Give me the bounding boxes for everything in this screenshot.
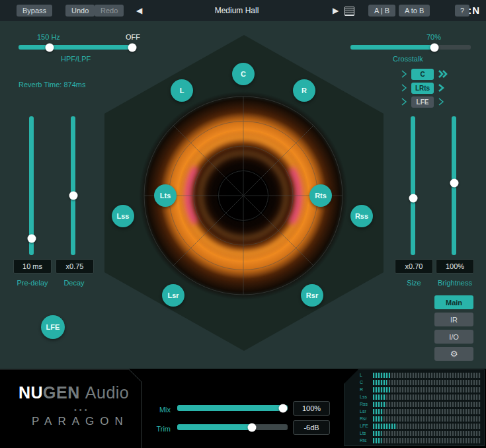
channel-node-l[interactable]: L bbox=[171, 79, 193, 102]
brightness-handle[interactable] bbox=[450, 179, 458, 188]
chevron-double-right-icon[interactable] bbox=[438, 70, 448, 78]
reverb-time-label: Reverb Time: 874ms bbox=[19, 81, 85, 89]
channel-node-lts[interactable]: Lts bbox=[154, 184, 177, 207]
predelay-slider[interactable] bbox=[29, 116, 34, 255]
decay-handle[interactable] bbox=[69, 192, 77, 200]
channel-node-rsr[interactable]: Rsr bbox=[301, 284, 323, 307]
trim-label: Trim bbox=[151, 425, 171, 433]
trim-handle[interactable] bbox=[248, 423, 257, 431]
meter-strip bbox=[373, 438, 481, 443]
mix-slider[interactable] bbox=[177, 405, 288, 411]
ab-compare-button[interactable]: A | B bbox=[368, 5, 395, 17]
mix-handle[interactable] bbox=[279, 404, 288, 412]
channel-node-rts[interactable]: Rts bbox=[309, 184, 332, 207]
predelay-label: Pre-delay bbox=[13, 279, 52, 287]
output-meters-panel: L C R Lss Rss Lsr bbox=[344, 369, 485, 446]
trim-slider[interactable] bbox=[177, 424, 288, 430]
preset-list-icon[interactable] bbox=[344, 7, 354, 16]
decay-value[interactable]: x0.75 bbox=[56, 259, 94, 274]
meter-row: Lts bbox=[360, 430, 482, 437]
chevron-right-outline-icon[interactable] bbox=[401, 98, 407, 106]
main-panel: 150 Hz OFF HPF/LPF 70% Crosstalk Reverb … bbox=[0, 21, 486, 369]
meter-strip bbox=[373, 431, 481, 436]
hpf-handle[interactable] bbox=[46, 43, 54, 52]
bypass-button[interactable]: Bypass bbox=[17, 5, 52, 17]
settings-gear-button[interactable]: ⚙ bbox=[434, 347, 473, 361]
meter-row: Rts bbox=[360, 437, 482, 444]
brightness-slider[interactable] bbox=[452, 116, 456, 255]
channel-node-c[interactable]: C bbox=[232, 63, 255, 85]
channel-node-rss[interactable]: Rss bbox=[350, 205, 373, 227]
meter-strip bbox=[373, 387, 481, 392]
nugen-logo: :N bbox=[468, 5, 480, 16]
predelay-handle[interactable] bbox=[27, 235, 36, 243]
meter-channel-label: Rts bbox=[360, 437, 373, 444]
meter-channel-label: C bbox=[360, 379, 373, 386]
meter-strip bbox=[373, 373, 481, 378]
meter-strip bbox=[373, 409, 481, 414]
brand-wordmark: NUGENAudio bbox=[19, 383, 129, 402]
crosstalk-label: Crosstalk bbox=[393, 55, 423, 63]
channel-node-r[interactable]: R bbox=[293, 79, 315, 102]
chevron-right-outline-icon[interactable] bbox=[401, 70, 407, 78]
chevron-right-bold-icon[interactable] bbox=[438, 84, 444, 92]
help-button[interactable]: ? bbox=[455, 5, 469, 17]
meter-row: Rss bbox=[360, 401, 482, 408]
brightness-value[interactable]: 100% bbox=[436, 259, 474, 274]
crosstalk-value-label: 70% bbox=[426, 33, 441, 41]
a-to-b-button[interactable]: A to B bbox=[399, 5, 430, 17]
decay-slider[interactable] bbox=[71, 116, 75, 255]
undo-button[interactable]: Undo bbox=[65, 5, 95, 17]
brand-dots: ••• bbox=[74, 406, 90, 414]
product-name: PARAGON bbox=[32, 415, 129, 428]
meter-channel-label: Lss bbox=[360, 394, 373, 400]
meter-row: Rsr bbox=[360, 416, 482, 422]
meter-row: C bbox=[360, 379, 482, 386]
routing-row-lfe: LFE bbox=[401, 96, 444, 108]
meter-row: LFE bbox=[360, 423, 482, 429]
previous-preset-icon[interactable]: ◀ bbox=[136, 6, 142, 15]
trim-value[interactable]: -6dB bbox=[293, 420, 330, 435]
meter-strip bbox=[373, 380, 481, 385]
ir-tab-button[interactable]: IR bbox=[434, 313, 473, 326]
hpf-lpf-label: HPF/LPF bbox=[61, 55, 91, 63]
paragon-plugin-window: Bypass Undo Redo ◀ Medium Hall ▶ A | B A… bbox=[0, 0, 486, 448]
size-slider[interactable] bbox=[411, 116, 415, 255]
meter-row: L bbox=[360, 372, 482, 379]
main-tab-button[interactable]: Main bbox=[434, 295, 473, 309]
crosstalk-handle[interactable] bbox=[430, 43, 439, 52]
meter-row: Lss bbox=[360, 394, 482, 400]
mix-value[interactable]: 100% bbox=[293, 401, 330, 416]
meter-strip bbox=[373, 394, 481, 400]
decay-label: Decay bbox=[56, 279, 93, 287]
redo-button[interactable]: Redo bbox=[95, 5, 124, 17]
meter-strip bbox=[373, 424, 481, 429]
hpf-value-label: 150 Hz bbox=[37, 33, 60, 41]
next-preset-icon[interactable]: ▶ bbox=[333, 6, 339, 15]
io-tab-button[interactable]: I/O bbox=[434, 330, 473, 344]
channel-node-lss[interactable]: Lss bbox=[112, 205, 134, 227]
meter-channel-label: Lsr bbox=[360, 408, 373, 415]
size-label: Size bbox=[395, 279, 433, 287]
brand-gen: GEN bbox=[43, 383, 80, 402]
routing-c-button[interactable]: C bbox=[411, 69, 434, 80]
preset-name[interactable]: Medium Hall bbox=[187, 6, 286, 15]
footer-bar: NUGENAudio ••• PARAGON Mix 100% Trim -6d… bbox=[0, 369, 486, 448]
size-handle[interactable] bbox=[409, 194, 417, 203]
routing-lrts-button[interactable]: LRts bbox=[411, 83, 434, 94]
size-value[interactable]: x0.70 bbox=[395, 259, 433, 274]
brightness-label: Brightness bbox=[431, 279, 479, 287]
meter-channel-label: Rsr bbox=[360, 416, 373, 422]
predelay-value[interactable]: 10 ms bbox=[13, 259, 52, 274]
meter-row: R bbox=[360, 387, 482, 393]
brand-nu: NU bbox=[19, 383, 43, 402]
chevron-right-outline-icon[interactable] bbox=[401, 84, 407, 92]
chevron-right-outline-icon[interactable] bbox=[438, 98, 444, 106]
meter-channel-label: R bbox=[360, 387, 373, 393]
meter-strip bbox=[373, 416, 481, 422]
top-toolbar: Bypass Undo Redo ◀ Medium Hall ▶ A | B A… bbox=[0, 0, 486, 21]
routing-lfe-button[interactable]: LFE bbox=[411, 96, 434, 108]
meter-channel-label: Rss bbox=[360, 401, 373, 408]
channel-node-lfe[interactable]: LFE bbox=[41, 315, 65, 339]
channel-node-lsr[interactable]: Lsr bbox=[162, 284, 184, 307]
